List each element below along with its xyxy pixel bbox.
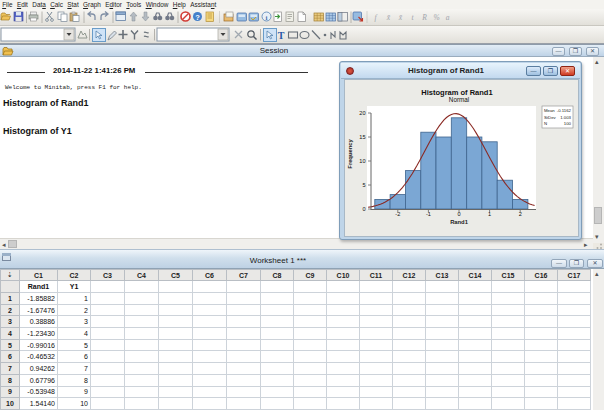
svg-text:0: 0 xyxy=(457,211,460,217)
svg-text:N: N xyxy=(544,121,547,126)
svg-text:-1: -1 xyxy=(426,211,431,217)
svg-text:5: 5 xyxy=(362,182,365,188)
svg-text:f: f xyxy=(374,13,377,22)
svg-text:i: i xyxy=(266,14,268,22)
svg-text:a: a xyxy=(446,13,450,22)
svg-text:10: 10 xyxy=(359,158,365,164)
svg-text:-0.1162: -0.1162 xyxy=(557,108,572,113)
svg-text:Rand1: Rand1 xyxy=(450,219,468,225)
svg-text:R: R xyxy=(421,13,427,22)
svg-text:%: % xyxy=(433,13,439,22)
svg-text:1: 1 xyxy=(488,211,491,217)
svg-text:2: 2 xyxy=(519,211,522,217)
svg-text:Frequency: Frequency xyxy=(347,139,353,169)
svg-text:T: T xyxy=(278,30,285,41)
svg-text:x̄: x̄ xyxy=(398,13,403,22)
svg-text:t: t xyxy=(411,13,414,22)
svg-text:-2: -2 xyxy=(395,211,400,217)
svg-text:?: ? xyxy=(195,13,200,22)
svg-text:StDev: StDev xyxy=(544,115,557,120)
svg-text:0: 0 xyxy=(362,206,365,212)
svg-text:1.003: 1.003 xyxy=(560,115,571,120)
svg-text:15: 15 xyxy=(359,134,365,140)
svg-text:Mean: Mean xyxy=(544,108,555,113)
svg-text:20: 20 xyxy=(359,110,365,116)
svg-text:x̄: x̄ xyxy=(386,13,391,22)
svg-text:100: 100 xyxy=(564,121,572,126)
svg-text:Normal: Normal xyxy=(449,96,469,103)
